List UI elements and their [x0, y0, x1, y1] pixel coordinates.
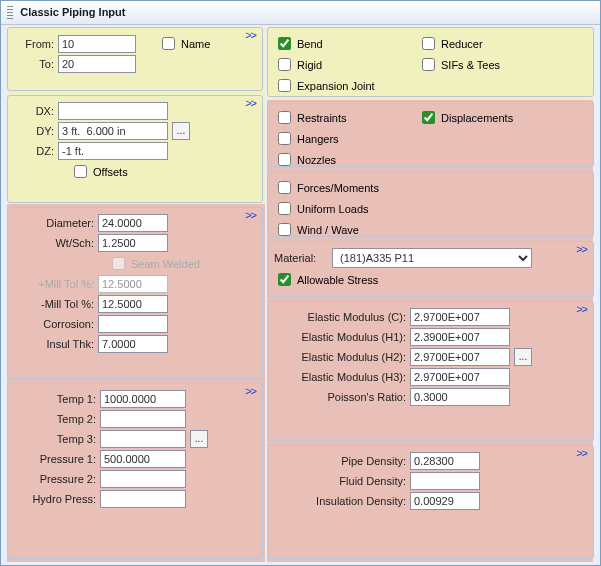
eh2-label: Elastic Modulus (H2): — [274, 351, 406, 363]
temp3-label: Temp 3: — [14, 433, 96, 445]
rigid-label: Rigid — [297, 59, 322, 71]
pipe-density-input[interactable] — [410, 452, 480, 470]
from-label: From: — [14, 38, 54, 50]
pressure1-input[interactable] — [100, 450, 186, 468]
wind-checkbox-input[interactable] — [278, 223, 291, 236]
offsets-checkbox-input[interactable] — [74, 165, 87, 178]
material-select[interactable]: (181)A335 P11 — [332, 248, 532, 268]
corrosion-input[interactable] — [98, 315, 168, 333]
eh1-input[interactable] — [410, 328, 510, 346]
insul-label: Insul Thk: — [14, 338, 94, 350]
allowable-checkbox[interactable]: Allowable Stress — [274, 270, 378, 289]
eh3-input[interactable] — [410, 368, 510, 386]
more-icon[interactable]: >> — [576, 447, 587, 459]
pr-label: Poisson's Ratio: — [274, 391, 406, 403]
bend-checkbox[interactable]: Bend — [274, 34, 414, 53]
name-checkbox-input[interactable] — [162, 37, 175, 50]
offsets-label: Offsets — [93, 166, 128, 178]
sifs-checkbox[interactable]: SIFs & Tees — [418, 55, 500, 74]
hangers-checkbox[interactable]: Hangers — [274, 129, 339, 148]
titlebar: Classic Piping Input — [1, 1, 600, 25]
fluid-density-label: Fluid Density: — [274, 475, 406, 487]
ntol-label: -Mill Tol %: — [14, 298, 94, 310]
rigid-checkbox-input[interactable] — [278, 58, 291, 71]
restraints-label: Restraints — [297, 112, 347, 124]
displacements-label: Displacements — [441, 112, 513, 124]
dx-label: DX: — [14, 105, 54, 117]
restraints-checkbox-input[interactable] — [278, 111, 291, 124]
more-icon[interactable]: >> — [245, 97, 256, 109]
bend-label: Bend — [297, 38, 323, 50]
sifs-label: SIFs & Tees — [441, 59, 500, 71]
eh2-input[interactable] — [410, 348, 510, 366]
reducer-checkbox-input[interactable] — [422, 37, 435, 50]
pressure1-label: Pressure 1: — [14, 453, 96, 465]
delta-browse-button[interactable]: ... — [172, 122, 190, 140]
hydro-input[interactable] — [100, 490, 186, 508]
displacements-checkbox-input[interactable] — [422, 111, 435, 124]
eh3-label: Elastic Modulus (H3): — [274, 371, 406, 383]
temp2-input[interactable] — [100, 410, 186, 428]
insul-input[interactable] — [98, 335, 168, 353]
gripper-icon — [7, 6, 13, 20]
offsets-checkbox[interactable]: Offsets — [70, 162, 128, 181]
pipe-density-label: Pipe Density: — [274, 455, 406, 467]
hydro-label: Hydro Press: — [14, 493, 96, 505]
displacements-checkbox[interactable]: Displacements — [418, 108, 513, 127]
nozzles-checkbox[interactable]: Nozzles — [274, 150, 336, 169]
wind-checkbox[interactable]: Wind / Wave — [274, 220, 359, 239]
content: >> From: Name To: >> — [5, 25, 596, 561]
wtsch-label: Wt/Sch: — [14, 237, 94, 249]
nozzles-checkbox-input[interactable] — [278, 153, 291, 166]
more-icon[interactable]: >> — [245, 209, 256, 221]
dy-input[interactable] — [58, 122, 168, 140]
forces-checkbox[interactable]: Forces/Moments — [274, 178, 379, 197]
pressure2-label: Pressure 2: — [14, 473, 96, 485]
more-icon[interactable]: >> — [245, 29, 256, 41]
restraints-checkbox[interactable]: Restraints — [274, 108, 414, 127]
name-label: Name — [181, 38, 210, 50]
rigid-checkbox[interactable]: Rigid — [274, 55, 414, 74]
modulus-browse-button[interactable]: ... — [514, 348, 532, 366]
name-checkbox[interactable]: Name — [158, 34, 210, 53]
dz-input[interactable] — [58, 142, 168, 160]
uniform-checkbox-input[interactable] — [278, 202, 291, 215]
dy-label: DY: — [14, 125, 54, 137]
ntol-input[interactable] — [98, 295, 168, 313]
from-input[interactable] — [58, 35, 136, 53]
uniform-checkbox[interactable]: Uniform Loads — [274, 199, 369, 218]
reducer-checkbox[interactable]: Reducer — [418, 34, 483, 53]
to-input[interactable] — [58, 55, 136, 73]
expjoint-checkbox[interactable]: Expansion Joint — [274, 76, 375, 95]
corrosion-label: Corrosion: — [14, 318, 94, 330]
more-icon[interactable]: >> — [576, 303, 587, 315]
allowable-checkbox-input[interactable] — [278, 273, 291, 286]
pr-input[interactable] — [410, 388, 510, 406]
hangers-checkbox-input[interactable] — [278, 132, 291, 145]
temp3-input[interactable] — [100, 430, 186, 448]
forces-label: Forces/Moments — [297, 182, 379, 194]
pressure2-input[interactable] — [100, 470, 186, 488]
more-icon[interactable]: >> — [576, 243, 587, 255]
left-column: >> From: Name To: >> — [5, 25, 265, 561]
seam-checkbox: Seam Welded — [108, 254, 200, 273]
fluid-density-input[interactable] — [410, 472, 480, 490]
ec-input[interactable] — [410, 308, 510, 326]
wtsch-input[interactable] — [98, 234, 168, 252]
expjoint-checkbox-input[interactable] — [278, 79, 291, 92]
temp1-input[interactable] — [100, 390, 186, 408]
ins-density-input[interactable] — [410, 492, 480, 510]
loads-browse-button[interactable]: ... — [190, 430, 208, 448]
ptol-label: +Mill Tol %: — [14, 278, 94, 290]
wind-label: Wind / Wave — [297, 224, 359, 236]
bend-checkbox-input[interactable] — [278, 37, 291, 50]
sifs-checkbox-input[interactable] — [422, 58, 435, 71]
loads-panel: >> Temp 1: Temp 2: Temp 3: ... Pressure … — [7, 383, 263, 559]
to-label: To: — [14, 58, 54, 70]
forces-checkbox-input[interactable] — [278, 181, 291, 194]
more-icon[interactable]: >> — [245, 385, 256, 397]
material-panel: >> Material: (181)A335 P11 Allowable Str… — [267, 241, 594, 297]
temp2-label: Temp 2: — [14, 413, 96, 425]
diameter-input[interactable] — [98, 214, 168, 232]
dx-input[interactable] — [58, 102, 168, 120]
